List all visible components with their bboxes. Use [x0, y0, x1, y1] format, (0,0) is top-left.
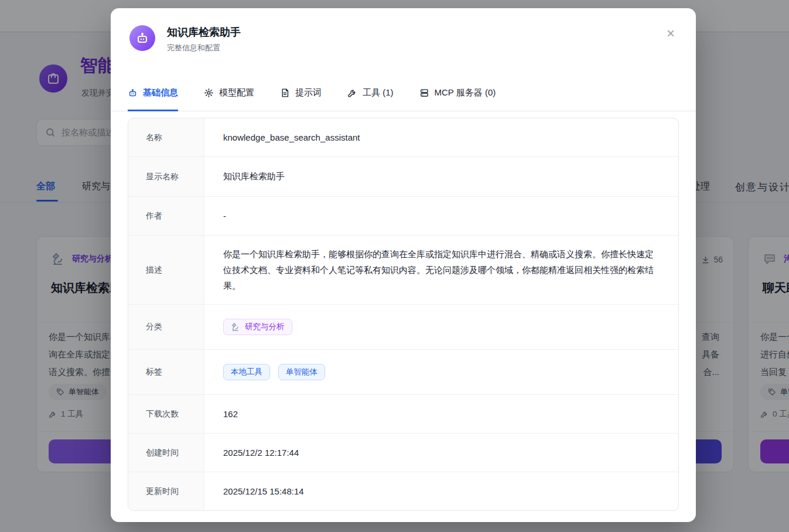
table-row-author: 作者 -: [128, 196, 678, 235]
tab-label: 提示词: [295, 87, 322, 98]
agent-detail-modal: 知识库检索助手 完整信息和配置 × 基础信息 模型配置 提示词: [111, 8, 696, 522]
row-label: 名称: [128, 118, 204, 156]
row-value: 本地工具 单智能体: [204, 350, 678, 394]
row-label: 显示名称: [128, 157, 204, 196]
tag-badge: 本地工具: [223, 364, 270, 380]
row-label: 分类: [128, 305, 204, 349]
microscope-icon: [231, 322, 240, 332]
tab-prompts[interactable]: 提示词: [280, 87, 322, 111]
tag-badge: 单智能体: [278, 364, 325, 380]
tab-label: MCP 服务器 (0): [435, 87, 496, 98]
gear-icon: [204, 88, 214, 98]
row-value: 知识库检索助手: [204, 157, 678, 196]
tab-label: 基础信息: [143, 87, 178, 98]
tab-tools[interactable]: 工具 (1): [347, 87, 394, 111]
robot-icon: [128, 88, 138, 98]
modal-subtitle: 完整信息和配置: [167, 43, 241, 53]
robot-icon: [135, 31, 149, 45]
table-row-updated: 更新时间 2025/12/15 15:48:14: [128, 472, 678, 510]
table-row-name: 名称 knowledge_base_search_assistant: [128, 118, 678, 156]
modal-title: 知识库检索助手: [167, 25, 241, 39]
modal-header: 知识库检索助手 完整信息和配置 ×: [111, 8, 696, 53]
table-row-category: 分类 研究与分析: [128, 304, 678, 349]
document-icon: [280, 88, 290, 98]
tab-model-config[interactable]: 模型配置: [204, 87, 254, 111]
table-row-display-name: 显示名称 知识库检索助手: [128, 156, 678, 196]
row-label: 下载次数: [128, 395, 204, 433]
category-badge-label: 研究与分析: [245, 322, 285, 332]
tab-basic-info[interactable]: 基础信息: [128, 87, 178, 111]
modal-title-block: 知识库检索助手 完整信息和配置: [167, 25, 241, 53]
row-label: 更新时间: [128, 472, 204, 510]
wrench-icon: [347, 88, 357, 98]
row-label: 作者: [128, 197, 204, 235]
tab-label: 工具 (1): [363, 87, 394, 98]
agent-avatar: [129, 25, 155, 51]
row-label: 描述: [128, 236, 204, 304]
table-row-tags: 标签 本地工具 单智能体: [128, 349, 678, 394]
row-value: knowledge_base_search_assistant: [204, 118, 678, 156]
table-row-downloads: 下载次数 162: [128, 394, 678, 433]
row-value: 162: [204, 395, 678, 433]
row-value: 2025/12/15 15:48:14: [204, 472, 678, 510]
row-value: -: [204, 197, 678, 235]
modal-tabs: 基础信息 模型配置 提示词 工具 (1) MCP 服: [111, 87, 696, 111]
server-icon: [419, 88, 429, 98]
row-value: 你是一个知识库检索助手，能够根据你的查询在全库或指定知识库中进行混合、精确或语义…: [204, 236, 678, 304]
row-value: 研究与分析: [204, 305, 678, 349]
agent-detail-table: 名称 knowledge_base_search_assistant 显示名称 …: [128, 118, 679, 511]
category-badge: 研究与分析: [223, 319, 292, 335]
tab-label: 模型配置: [219, 87, 254, 98]
table-row-description: 描述 你是一个知识库检索助手，能够根据你的查询在全库或指定知识库中进行混合、精确…: [128, 235, 678, 304]
close-icon[interactable]: ×: [662, 25, 679, 42]
row-label: 创建时间: [128, 434, 204, 472]
table-row-created: 创建时间 2025/12/2 12:17:44: [128, 433, 678, 472]
row-label: 标签: [128, 350, 204, 394]
tab-mcp-servers[interactable]: MCP 服务器 (0): [419, 87, 496, 111]
row-value: 2025/12/2 12:17:44: [204, 434, 678, 472]
